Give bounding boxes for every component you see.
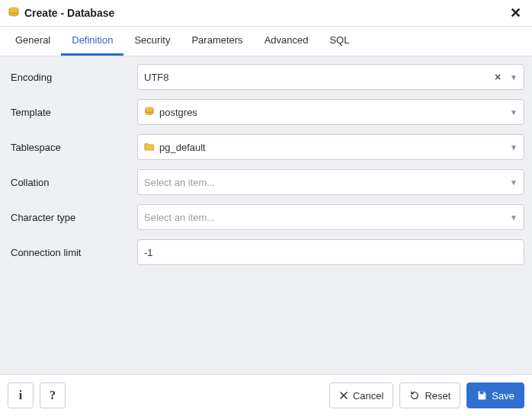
connlimit-input-wrap	[137, 239, 524, 265]
encoding-select[interactable]: UTF8 × ▼	[137, 64, 524, 90]
collation-placeholder: Select an item...	[144, 177, 505, 188]
template-select[interactable]: postgres ▼	[137, 99, 524, 125]
tablespace-select[interactable]: pg_default ▼	[137, 134, 524, 160]
collation-select[interactable]: Select an item... ▼	[137, 169, 524, 195]
connlimit-input[interactable]	[144, 247, 518, 258]
form-body: Encoding UTF8 × ▼ Template	[0, 56, 532, 374]
database-icon	[8, 7, 20, 19]
tablespace-value: pg_default	[159, 142, 206, 153]
template-value: postgres	[159, 107, 197, 118]
row-collation: Collation Select an item... ▼	[8, 169, 524, 195]
save-button[interactable]: Save	[466, 382, 524, 408]
chevron-down-icon: ▼	[510, 213, 518, 222]
tab-general[interactable]: General	[5, 27, 61, 56]
label-encoding: Encoding	[8, 72, 137, 83]
label-collation: Collation	[8, 177, 137, 188]
ctype-placeholder: Select an item...	[144, 212, 505, 223]
chevron-down-icon: ▼	[510, 108, 518, 117]
row-ctype: Character type Select an item... ▼	[8, 204, 524, 230]
tab-security[interactable]: Security	[123, 27, 181, 56]
tab-parameters[interactable]: Parameters	[181, 27, 253, 56]
info-icon: i	[19, 389, 22, 402]
row-encoding: Encoding UTF8 × ▼	[8, 64, 524, 90]
row-tablespace: Tablespace pg_default ▼	[8, 134, 524, 160]
close-icon	[339, 391, 348, 400]
tab-sql[interactable]: SQL	[319, 27, 360, 56]
dialog-footer: i ? Cancel Reset Save	[0, 374, 532, 416]
reset-icon	[409, 390, 420, 401]
encoding-value: UTF8	[144, 72, 495, 83]
dialog-titlebar: Create - Database ✕	[0, 0, 532, 27]
clear-icon[interactable]: ×	[495, 71, 501, 83]
folder-icon	[144, 142, 155, 152]
label-connlimit: Connection limit	[8, 247, 137, 258]
tab-advanced[interactable]: Advanced	[254, 27, 319, 56]
ctype-select[interactable]: Select an item... ▼	[137, 204, 524, 230]
reset-button[interactable]: Reset	[399, 382, 460, 408]
chevron-down-icon: ▼	[510, 178, 518, 187]
reset-label: Reset	[425, 390, 450, 402]
info-button[interactable]: i	[8, 382, 34, 408]
dialog-title: Create - Database	[24, 7, 114, 19]
label-tablespace: Tablespace	[8, 142, 137, 153]
chevron-down-icon: ▼	[510, 73, 518, 82]
database-icon	[144, 107, 155, 117]
chevron-down-icon: ▼	[510, 143, 518, 152]
label-ctype: Character type	[8, 212, 137, 223]
row-template: Template postgres ▼	[8, 99, 524, 125]
tabs-bar: General Definition Security Parameters A…	[0, 27, 532, 56]
tab-definition[interactable]: Definition	[61, 27, 123, 56]
help-icon: ?	[50, 389, 56, 402]
help-button[interactable]: ?	[40, 382, 66, 408]
row-connlimit: Connection limit	[8, 239, 524, 265]
cancel-button[interactable]: Cancel	[329, 382, 393, 408]
close-icon[interactable]: ✕	[507, 6, 524, 20]
save-label: Save	[492, 390, 514, 402]
label-template: Template	[8, 107, 137, 118]
cancel-label: Cancel	[353, 390, 383, 402]
save-icon	[476, 390, 487, 401]
